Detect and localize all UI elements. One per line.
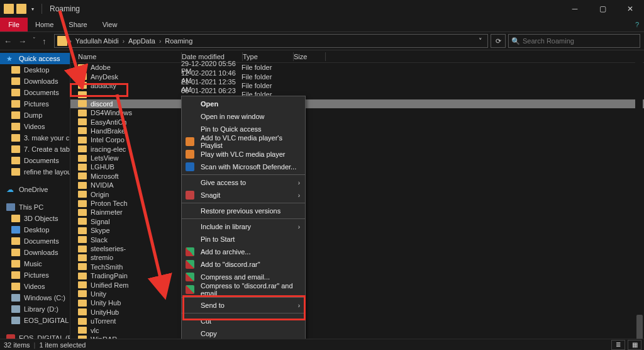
file-row[interactable]: Unified RemFile folder	[70, 280, 644, 289]
ctx-scan-defender[interactable]: Scan with Microsoft Defender...	[182, 161, 305, 173]
file-row[interactable]: stremioFile folder	[70, 253, 644, 262]
breadcrumb-item[interactable]: Yadullah Abidi	[74, 37, 120, 45]
ctx-snagit[interactable]: Snagit›	[182, 189, 305, 201]
scroll-thumb[interactable]	[636, 315, 643, 339]
sidebar-item[interactable]: Downloads	[0, 76, 70, 87]
file-row[interactable]: UnityFile folder	[70, 290, 644, 298]
ctx-open-new-window[interactable]: Open in new window	[182, 110, 305, 123]
ctx-restore-versions[interactable]: Restore previous versions	[182, 205, 305, 217]
sidebar-item[interactable]: 3. make your checkl	[0, 132, 70, 144]
sidebar-item[interactable]: Windows (C:)	[0, 292, 70, 303]
sidebar-item[interactable]: 3D Objects	[0, 213, 70, 224]
details-view-button[interactable]: ≣	[611, 340, 625, 350]
sidebar-item[interactable]: Dump	[0, 110, 70, 121]
ctx-compress-discord-email[interactable]: Compress to "discord.rar" and email	[182, 283, 305, 296]
file-row[interactable]: TechSmithFile folder	[70, 262, 644, 271]
file-row[interactable]: UnityHubFile folder	[70, 308, 644, 317]
search-box[interactable]: 🔍	[508, 34, 640, 48]
tab-view[interactable]: View	[95, 21, 125, 28]
file-row[interactable]: MicrosoftFile folder	[70, 172, 644, 181]
sidebar-item[interactable]: Music	[0, 258, 70, 269]
qat-dropdown-icon[interactable]: ▾	[29, 6, 36, 12]
maximize-button[interactable]: ▢	[589, 0, 616, 18]
breadcrumb[interactable]: › Yadullah Abidi › AppData › Roaming ˅	[54, 34, 489, 48]
sidebar-item[interactable]: Videos	[0, 281, 70, 292]
file-row[interactable]: NVIDIAFile folder	[70, 181, 644, 189]
chevron-right-icon[interactable]: ›	[158, 38, 162, 45]
forward-button[interactable]: →	[18, 37, 26, 46]
column-name[interactable]: Name	[70, 53, 181, 60]
file-row[interactable]: RainmeterFile folder	[70, 208, 644, 217]
ctx-copy[interactable]: Copy	[182, 327, 305, 339]
minimize-button[interactable]: ─	[561, 0, 589, 18]
column-size[interactable]: Size	[294, 53, 325, 60]
ctx-cut[interactable]: Cut	[182, 315, 305, 327]
back-button[interactable]: ←	[4, 37, 12, 46]
file-row[interactable]: WinRAR21-12-2020 04:42 PMFile folder	[70, 335, 644, 339]
close-button[interactable]: ✕	[616, 0, 644, 18]
sidebar-item[interactable]: Library (D:)	[0, 303, 70, 315]
file-row[interactable]: Unity HubFile folder	[70, 298, 644, 307]
sidebar-item[interactable]: Documents	[0, 235, 70, 247]
sidebar-onedrive[interactable]: ☁OneDrive	[0, 184, 70, 195]
sidebar-item[interactable]: Desktop	[0, 64, 70, 76]
ctx-pin-quick-access[interactable]: Pin to Quick access	[182, 123, 305, 135]
file-row[interactable]: Intel CorpoFile folder	[70, 135, 644, 144]
chevron-right-icon[interactable]: ›	[69, 38, 73, 45]
file-row[interactable]: uTorrentFile folder	[70, 317, 644, 325]
sidebar-item[interactable]: Desktop	[0, 224, 70, 235]
column-date[interactable]: Date modified	[182, 53, 242, 60]
breadcrumb-item[interactable]: Roaming	[164, 37, 194, 45]
file-row[interactable]: OriginFile folder	[70, 189, 644, 198]
sidebar-quick-access[interactable]: ★Quick access	[0, 53, 70, 64]
file-row[interactable]: Proton TechFile folder	[70, 199, 644, 208]
file-row[interactable]: AnyDesk12-02-2021 10:46 AMFile folder	[70, 72, 644, 81]
sidebar-item[interactable]: Documents	[0, 155, 70, 166]
ctx-give-access[interactable]: Give access to›	[182, 176, 305, 189]
dropdown-icon[interactable]: ˅	[479, 37, 482, 45]
file-row[interactable]: audacity21-01-2021 12:35 AMFile folder	[70, 81, 644, 90]
refresh-button[interactable]: ⟳	[491, 34, 506, 48]
sidebar-this-pc[interactable]: This PC	[0, 201, 70, 213]
tab-file[interactable]: File	[0, 18, 28, 31]
ctx-send-to[interactable]: Send to›	[182, 299, 305, 312]
up-button[interactable]: ↑	[42, 37, 47, 46]
sidebar-item[interactable]: 7. Create a table	[0, 144, 70, 155]
ctx-add-archive[interactable]: Add to archive...	[182, 246, 305, 258]
thumbnails-view-button[interactable]: ▦	[628, 340, 641, 350]
file-row[interactable]: 06-01-2021 06:23 PMFile folder	[70, 90, 644, 99]
help-icon[interactable]: ?	[635, 21, 639, 28]
sidebar-item[interactable]: Pictures	[0, 269, 70, 281]
sidebar-item[interactable]: Downloads	[0, 247, 70, 258]
file-row[interactable]: LetsViewFile folder	[70, 154, 644, 162]
file-row[interactable]: SkypeFile folder	[70, 226, 644, 235]
sidebar-item[interactable]: Documents	[0, 87, 70, 98]
sidebar-item[interactable]: Pictures	[0, 98, 70, 110]
file-row[interactable]: iracing-elecFile folder	[70, 145, 644, 154]
ctx-pin-start[interactable]: Pin to Start	[182, 233, 305, 246]
ctx-include-library[interactable]: Include in library›	[182, 220, 305, 233]
sidebar-item[interactable]: refine the layout	[0, 166, 70, 178]
scrollbar[interactable]	[635, 50, 643, 339]
ctx-play-vlc[interactable]: Play with VLC media player	[182, 148, 305, 161]
sidebar-eos[interactable]: EOS_DIGITAL (E:)	[0, 332, 70, 339]
sidebar-item[interactable]: EOS_DIGITAL (E:)	[0, 315, 70, 326]
file-row[interactable]: DS4WindowsFile folder	[70, 108, 644, 117]
ctx-open[interactable]: Open	[182, 98, 305, 110]
file-row[interactable]: EasyAntiChFile folder	[70, 117, 644, 126]
file-row[interactable]: Adobe29-12-2020 05:56 PMFile folder	[70, 63, 644, 72]
sidebar-item[interactable]: Videos	[0, 121, 70, 132]
tab-share[interactable]: Share	[61, 21, 94, 28]
file-row[interactable]: steelseries-File folder	[70, 244, 644, 253]
tab-home[interactable]: Home	[28, 21, 61, 28]
column-type[interactable]: Type	[243, 53, 293, 60]
file-row[interactable]: TradingPainFile folder	[70, 271, 644, 280]
file-row[interactable]: LGHUBFile folder	[70, 162, 644, 171]
ctx-add-discord-rar[interactable]: Add to "discord.rar"	[182, 258, 305, 271]
chevron-right-icon[interactable]: ›	[121, 38, 126, 45]
file-row[interactable]: vlcFile folder	[70, 325, 644, 334]
search-input[interactable]	[523, 37, 637, 45]
file-row[interactable]: HandBrakeFile folder	[70, 127, 644, 135]
breadcrumb-item[interactable]: AppData	[127, 37, 157, 45]
recent-dropdown-icon[interactable]: ˅	[33, 37, 36, 46]
